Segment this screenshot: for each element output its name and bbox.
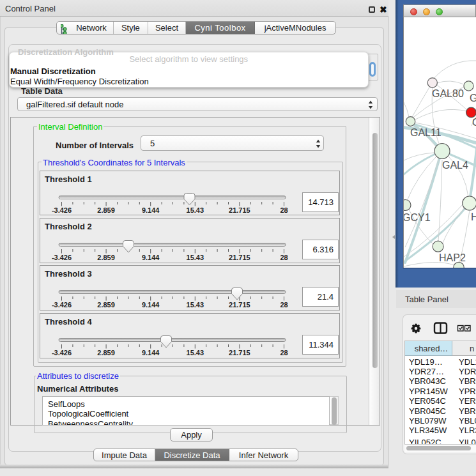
svg-text:GA: GA: [470, 93, 476, 104]
svg-text:2.859: 2.859: [97, 206, 115, 214]
svg-text:21.715: 21.715: [229, 349, 250, 357]
svg-text:28: 28: [280, 301, 288, 309]
svg-text:21.715: 21.715: [229, 254, 250, 261]
svg-text:2.859: 2.859: [97, 301, 115, 309]
svg-text:H: H: [471, 211, 476, 222]
svg-text:HAP2: HAP2: [439, 252, 466, 263]
svg-text:9.144: 9.144: [142, 206, 160, 214]
svg-text:28: 28: [280, 206, 288, 214]
svg-text:21.715: 21.715: [229, 301, 250, 309]
svg-text:15.43: 15.43: [187, 254, 204, 261]
svg-text:-3.426: -3.426: [52, 349, 72, 357]
svg-text:15.43: 15.43: [187, 301, 204, 309]
svg-text:2.859: 2.859: [97, 254, 115, 261]
svg-text:2.859: 2.859: [97, 349, 115, 357]
svg-text:GAL4: GAL4: [442, 160, 468, 171]
svg-text:-3.426: -3.426: [52, 206, 72, 214]
svg-text:GAL11: GAL11: [410, 127, 441, 138]
svg-text:C: C: [472, 117, 476, 128]
svg-text:9.144: 9.144: [142, 254, 160, 261]
svg-text:-3.426: -3.426: [52, 301, 72, 309]
svg-text:9.144: 9.144: [142, 301, 160, 309]
svg-text:28: 28: [280, 254, 288, 261]
svg-text:15.43: 15.43: [187, 349, 204, 357]
svg-text:9.144: 9.144: [142, 349, 160, 357]
svg-text:GAL80: GAL80: [432, 88, 464, 99]
svg-text:GCY1: GCY1: [404, 212, 431, 223]
svg-text:15.43: 15.43: [187, 206, 204, 214]
svg-text:21.715: 21.715: [229, 206, 250, 214]
svg-text:-3.426: -3.426: [52, 254, 72, 261]
svg-text:28: 28: [280, 349, 288, 357]
